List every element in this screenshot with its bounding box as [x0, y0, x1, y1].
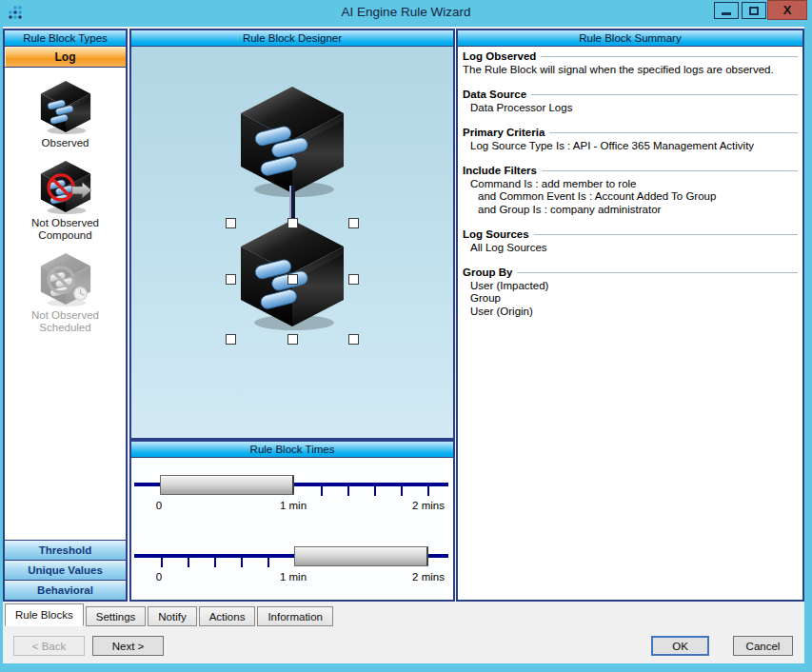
summary-section-heading: Group By	[463, 267, 798, 280]
type-item-not-observed-compound[interactable]: Not Observed Compound	[18, 158, 113, 242]
not-observed-compound-cube-icon	[37, 158, 94, 215]
next-button[interactable]: Next >	[92, 636, 164, 656]
summary-section-heading: Log Observed	[463, 50, 798, 64]
observed-cube-icon	[37, 78, 94, 135]
slider-tick	[427, 486, 429, 496]
tab-rule-blocks[interactable]: Rule Blocks	[5, 603, 84, 626]
summary-section-heading: Data Source	[463, 89, 798, 102]
rule-block-cube-selected[interactable]	[235, 214, 349, 332]
slider-label-1min: 1 min	[280, 571, 307, 583]
rule-block-summary-body: Log Observed The Rule Block will signal …	[458, 47, 802, 318]
slider-label-2mins: 2 mins	[412, 500, 445, 511]
summary-line: All Log Sources	[463, 242, 798, 255]
rule-block-type-list: Observed Not Observed Compound Not Obser…	[5, 68, 126, 540]
title-bar: AI Engine Rule Wizard X	[0, 0, 812, 27]
rule-block-types-panel: Rule Block Types Log Observed Not Observ…	[3, 29, 128, 602]
slider-tick	[214, 558, 216, 567]
rule-block-times-panel: Rule Block Times 0 1 min 2 mins 0 1 min …	[129, 440, 455, 602]
not-observed-scheduled-cube-icon	[37, 250, 94, 307]
behavioral-category-button[interactable]: Behavioral	[5, 580, 126, 600]
slider-tick	[321, 486, 323, 496]
slider-tick	[241, 558, 243, 567]
rule-block-designer-header: Rule Block Designer	[131, 30, 453, 47]
window-title: AI Engine Rule Wizard	[0, 5, 812, 19]
designer-canvas[interactable]	[131, 47, 453, 438]
type-item-label: Observed	[18, 137, 113, 149]
type-item-label: Not Observed Compound	[18, 217, 113, 242]
tab-notify[interactable]: Notify	[148, 606, 196, 626]
slider-label-0: 0	[156, 500, 162, 511]
tab-settings[interactable]: Settings	[86, 606, 147, 626]
log-category-button[interactable]: Log	[5, 47, 126, 68]
heading-rule	[517, 272, 798, 274]
slider-tick	[374, 486, 376, 496]
selection-handle[interactable]	[287, 274, 298, 285]
slider-label-2mins: 2 mins	[412, 571, 445, 583]
slider-label-1min: 1 min	[280, 500, 307, 511]
summary-line: User (Origin)	[463, 306, 798, 319]
type-item-label: Not Observed Scheduled	[18, 309, 113, 334]
summary-line: User (Impacted)	[463, 280, 798, 293]
back-button[interactable]: < Back	[13, 636, 85, 656]
threshold-category-button[interactable]: Threshold	[5, 540, 126, 560]
slider-bar[interactable]	[160, 475, 294, 495]
category-buttons: Threshold Unique Values Behavioral	[5, 540, 126, 600]
minimize-button[interactable]	[714, 2, 739, 19]
main-area: Rule Block Types Log Observed Not Observ…	[3, 27, 804, 663]
summary-line: Command Is : add member to role	[463, 178, 798, 191]
rule-block-designer-panel: Rule Block Designer	[129, 29, 455, 440]
summary-line: and Common Event Is : Account Added To G…	[463, 190, 798, 204]
tab-information[interactable]: Information	[257, 606, 333, 626]
unique-values-category-button[interactable]: Unique Values	[5, 560, 126, 580]
slider-tick	[161, 558, 163, 567]
summary-section-heading: Primary Criteria	[463, 127, 798, 140]
selection-handle[interactable]	[226, 274, 236, 285]
slider-tick	[401, 486, 403, 496]
close-button[interactable]: X	[767, 0, 807, 20]
close-icon: X	[783, 3, 792, 17]
ok-button[interactable]: OK	[651, 636, 709, 656]
type-item-observed[interactable]: Observed	[18, 78, 113, 149]
rule-block-summary-header: Rule Block Summary	[458, 30, 802, 47]
heading-rule	[531, 94, 798, 96]
slider-tick	[267, 558, 269, 567]
slider-label-0: 0	[156, 571, 162, 583]
heading-rule	[542, 170, 798, 172]
maximize-icon	[749, 7, 759, 15]
tab-strip: Rule Blocks Settings Notify Actions Info…	[5, 602, 335, 626]
rule-block-times-body: 0 1 min 2 mins 0 1 min 2 mins	[131, 458, 453, 600]
summary-line: and Group Is : company administrator	[463, 204, 798, 217]
selection-handle[interactable]	[287, 218, 298, 228]
slider-tick	[188, 558, 189, 567]
slider-tick	[347, 486, 349, 496]
heading-rule	[549, 132, 798, 134]
summary-line: Data Processor Logs	[463, 102, 798, 115]
minimize-icon	[722, 12, 731, 15]
summary-section-heading: Include Filters	[463, 165, 798, 178]
rule-block-times-header: Rule Block Times	[131, 442, 453, 458]
summary-line: Log Source Type Is : API - Office 365 Ma…	[463, 140, 798, 153]
heading-rule	[541, 56, 798, 58]
tab-actions[interactable]: Actions	[199, 606, 256, 626]
rule-block-summary-panel: Rule Block Summary Log Observed The Rule…	[456, 29, 804, 602]
cancel-button[interactable]: Cancel	[733, 636, 793, 656]
selection-handle[interactable]	[348, 274, 359, 285]
selection-handle[interactable]	[348, 334, 359, 345]
summary-line: The Rule Block will signal when the spec…	[463, 64, 798, 77]
type-item-not-observed-scheduled: Not Observed Scheduled	[18, 250, 113, 334]
maximize-button[interactable]	[742, 2, 766, 19]
slider-bar[interactable]	[294, 546, 428, 566]
selection-handle[interactable]	[226, 218, 236, 228]
heading-rule	[534, 234, 798, 236]
selection-handle[interactable]	[348, 218, 359, 228]
summary-line: Group	[463, 292, 798, 306]
rule-block-cube[interactable]	[235, 81, 349, 199]
selection-handle[interactable]	[226, 334, 236, 345]
selection-handle[interactable]	[287, 334, 298, 345]
rule-block-types-header: Rule Block Types	[5, 30, 126, 47]
summary-section-heading: Log Sources	[463, 228, 798, 242]
